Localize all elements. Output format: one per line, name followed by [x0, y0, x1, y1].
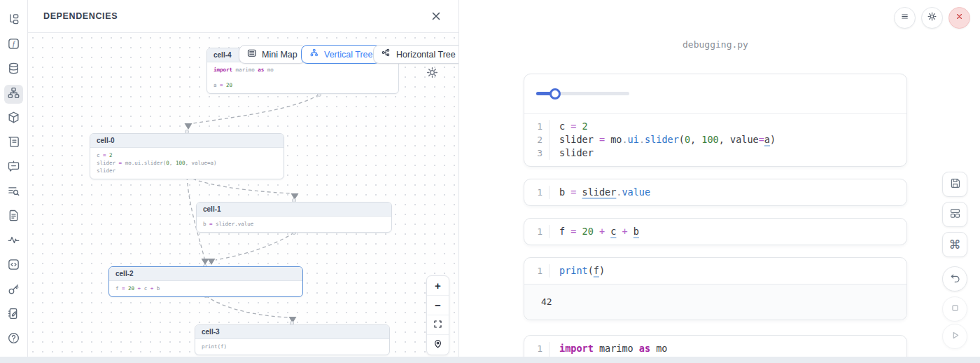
center-pin-icon — [433, 338, 443, 351]
horizontal-scrollbar-track[interactable] — [0, 357, 980, 363]
edge-arrowhead — [208, 259, 216, 265]
sidebar-item-packages[interactable] — [4, 109, 23, 128]
view-mode-horizontal-tree-button[interactable]: Horizontal Tree — [373, 45, 458, 64]
dependencies-panel: DEPENDENCIES cell-4import marimo as mo a… — [28, 0, 459, 363]
graph-node-title: cell-1 — [197, 203, 391, 217]
zoom-in-button[interactable]: + — [427, 276, 449, 296]
chat-icon — [7, 160, 20, 176]
document-icon — [7, 209, 20, 225]
database-icon — [7, 62, 20, 78]
slider-track[interactable] — [536, 92, 629, 95]
sidebar-item-tracing[interactable] — [4, 232, 23, 251]
view-mode-vertical-tree-button[interactable]: Vertical Tree — [301, 45, 381, 64]
sidebar-item-help[interactable] — [4, 330, 23, 349]
sidebar-item-secrets[interactable] — [4, 281, 23, 300]
stop-icon — [949, 302, 961, 317]
graph-node-code: f = 20 + c + b — [109, 281, 302, 296]
svg-text:f: f — [13, 40, 16, 48]
graph-node-code: print(f) — [195, 339, 389, 355]
sidebar-item-file-explorer[interactable] — [4, 11, 23, 30]
graph-node-title: cell-0 — [90, 134, 284, 148]
zoom-out-button[interactable]: − — [427, 296, 449, 315]
logs-icon — [7, 135, 20, 151]
cell-editor[interactable]: 1print(f) — [524, 258, 906, 284]
graph-node-code: c = 2slider = mo.ui.slider(0, 100, value… — [90, 148, 284, 179]
graph-node-title: cell-3 — [195, 325, 389, 339]
undo-button[interactable] — [942, 266, 967, 292]
edge-cell-2-to-cell-3 — [206, 296, 288, 317]
horizontal-tree-icon — [382, 48, 392, 61]
command-palette-button[interactable]: ⌘ — [942, 232, 967, 257]
sidebar-item-ai-chat[interactable] — [4, 158, 23, 177]
key-icon — [7, 282, 20, 299]
undo-icon — [949, 272, 961, 287]
graph-node-cell-1[interactable]: cell-1b = slider.value — [196, 202, 392, 233]
notebook-close-button[interactable] — [948, 7, 970, 29]
edge-arrowhead — [185, 123, 192, 130]
view-mode-minimap-button[interactable]: Mini Map — [239, 45, 306, 64]
graph-zoom-controls: +− — [426, 275, 449, 355]
graph-node-code: b = slider.value — [197, 217, 391, 232]
file-tree-icon — [7, 13, 20, 29]
sidebar-item-snippets[interactable] — [4, 256, 23, 275]
sidebar-item-scratchpad[interactable] — [4, 306, 23, 324]
view-mode-label: Vertical Tree — [324, 50, 372, 60]
save-button[interactable] — [942, 172, 967, 197]
save-icon — [949, 177, 961, 192]
line-numbers: 1 — [524, 186, 550, 199]
line-numbers: 123 — [524, 120, 550, 160]
graph-node-title: cell-2 — [109, 267, 302, 281]
minus-icon: − — [435, 299, 441, 311]
cell-editor[interactable]: 123c = 2slider = mo.ui.slider(0, 100, va… — [524, 114, 906, 166]
menu-icon — [899, 11, 910, 25]
helper-icon-rail: f — [0, 0, 28, 363]
run-button[interactable] — [942, 324, 967, 349]
view-mode-label: Horizontal Tree — [396, 50, 456, 60]
notebook-settings-button[interactable] — [921, 7, 943, 29]
sidebar-item-documentation[interactable] — [4, 207, 23, 226]
slider-knob[interactable] — [550, 88, 561, 100]
scratchpad-icon — [7, 307, 20, 323]
layout-button[interactable] — [942, 202, 967, 227]
fit-view-button[interactable] — [427, 315, 449, 335]
line-numbers: 1 — [524, 264, 550, 278]
graph-node-cell-0[interactable]: cell-0c = 2slider = mo.ui.slider(0, 100,… — [90, 133, 284, 179]
activity-icon — [7, 233, 20, 249]
graph-node-cell-2[interactable]: cell-2f = 20 + c + b — [108, 266, 303, 297]
notebook-cell-0: 123c = 2slider = mo.ui.slider(0, 100, va… — [524, 74, 907, 167]
edge-cell-1-to-cell-2 — [216, 233, 294, 260]
help-icon — [7, 331, 20, 348]
dependency-graph-canvas[interactable]: cell-4import marimo as mo a = 20cell-0c … — [28, 33, 458, 363]
close-icon[interactable] — [429, 9, 443, 23]
graph-settings-gear-icon[interactable] — [426, 66, 440, 80]
command-icon: ⌘ — [949, 239, 961, 251]
close-x-icon — [954, 11, 965, 25]
vertical-tree-icon — [309, 48, 320, 61]
search-list-icon — [7, 184, 20, 200]
center-selection-button[interactable] — [427, 335, 449, 355]
stop-button[interactable] — [942, 296, 967, 322]
view-mode-label: Mini Map — [262, 50, 298, 60]
sidebar-item-datasources[interactable] — [4, 60, 23, 79]
notebook-menu-button[interactable] — [894, 7, 916, 29]
line-numbers: 1 — [524, 225, 550, 238]
functions-icon: f — [7, 37, 20, 53]
minimap-icon — [247, 48, 258, 61]
notebook-filename: debugging.py — [524, 39, 907, 50]
sidebar-item-logs[interactable] — [4, 134, 23, 153]
dependencies-title: DEPENDENCIES — [43, 11, 118, 21]
sidebar-item-search[interactable] — [4, 183, 23, 202]
code-lines: f = 20 + c + b — [550, 225, 639, 238]
notebook-cell-3: 1print(f)42 — [524, 257, 907, 320]
cell-output-slider-row — [524, 74, 906, 114]
edge-arrowhead — [202, 259, 209, 265]
dependency-graph-icon — [7, 86, 20, 102]
cell-editor[interactable]: 1f = 20 + c + b — [524, 219, 906, 245]
graph-node-code: import marimo as mo a = 20 — [207, 62, 398, 93]
graph-node-cell-3[interactable]: cell-3print(f) — [195, 324, 390, 355]
cell-editor[interactable]: 1b = slider.value — [524, 179, 906, 205]
sidebar-item-variables[interactable]: f — [4, 36, 23, 55]
edge-cell-4-to-cell-0 — [193, 95, 319, 123]
sidebar-item-dependencies[interactable] — [4, 85, 23, 104]
dependencies-header: DEPENDENCIES — [28, 0, 458, 33]
